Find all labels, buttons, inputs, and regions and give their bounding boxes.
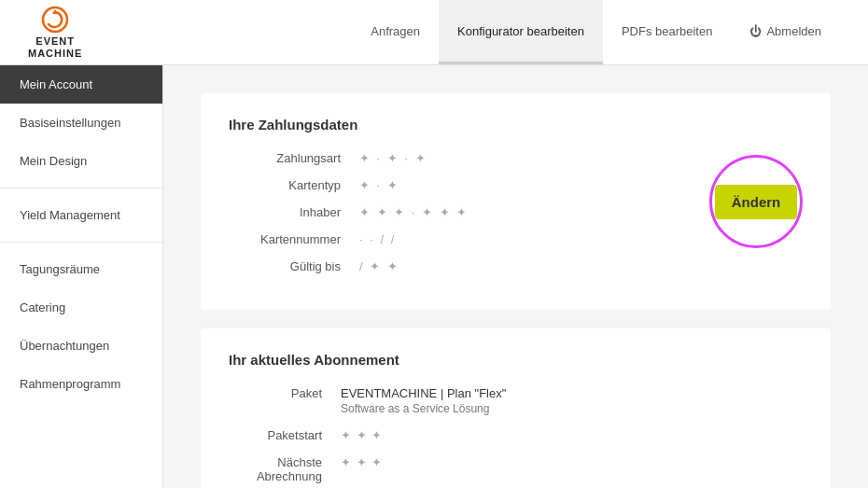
aendern-button[interactable]: Ändern: [715, 185, 798, 219]
nav-anfragen[interactable]: Anfragen: [352, 0, 439, 64]
sidebar-divider-1: [0, 188, 162, 188]
sidebar-item-tagungsraeume[interactable]: Tagungsräume: [0, 250, 162, 288]
sub-label-paketstart: Paketstart: [229, 428, 341, 442]
sidebar-item-mein-account[interactable]: Mein Account: [0, 65, 162, 104]
label-gueltig: Gültig bis: [229, 259, 359, 273]
logo-text: EVENT MACHINE: [28, 35, 82, 58]
sidebar-item-yield-management[interactable]: Yield Management: [0, 196, 162, 234]
sub-row-paket: Paket EVENTMACHINE | Plan "Flex" Softwar…: [229, 386, 803, 415]
highlight-circle: Ändern: [709, 155, 803, 248]
value-gueltig: / ✦ ✦: [359, 259, 399, 273]
sub-label-paket: Paket: [229, 386, 341, 400]
sub-value-paket: EVENTMACHINE | Plan "Flex" Software as a…: [341, 386, 506, 415]
form-row-gueltig: Gültig bis / ✦ ✦: [229, 259, 803, 273]
sub-label-naechste: Nächste Abrechnung: [229, 455, 341, 483]
payment-title: Ihre Zahlungsdaten: [229, 117, 803, 132]
label-kartentyp: Kartentyp: [229, 178, 359, 192]
logo-icon: [41, 6, 69, 34]
nav-konfigurator[interactable]: Konfigurator bearbeiten: [439, 0, 603, 64]
action-area: Ändern: [709, 155, 803, 248]
sub-row-paketstart: Paketstart ✦ ✦ ✦: [229, 428, 803, 442]
subscription-title: Ihr aktuelles Abonnement: [229, 352, 803, 368]
sidebar-divider-2: [0, 242, 162, 243]
main-content: Ihre Zahlungsdaten Zahlungsart ✦ · ✦ · ✦…: [163, 65, 868, 488]
sidebar-item-mein-design[interactable]: Mein Design: [0, 142, 162, 180]
main-nav: Anfragen Konfigurator bearbeiten PDFs be…: [352, 0, 840, 64]
sidebar-item-catering[interactable]: Catering: [0, 288, 162, 327]
nav-pdfs[interactable]: PDFs bearbeiten: [603, 0, 732, 64]
logo: EVENT MACHINE: [28, 6, 82, 58]
power-icon: ⏻: [749, 24, 762, 38]
value-zahlungsart: ✦ · ✦ · ✦: [359, 151, 427, 165]
sidebar-item-rahmenprogramm[interactable]: Rahmenprogramm: [0, 365, 162, 403]
nav-abmelden[interactable]: ⏻ Abmelden: [731, 0, 840, 64]
value-inhaber: ✦ ✦ ✦ · ✦ ✦ ✦: [359, 205, 469, 219]
layout: Mein Account Basiseinstellungen Mein Des…: [0, 65, 868, 488]
sub-value-paketstart: ✦ ✦ ✦: [341, 428, 383, 442]
label-zahlungsart: Zahlungsart: [229, 151, 359, 165]
sub-value-naechste: ✦ ✦ ✦: [341, 455, 383, 469]
sidebar: Mein Account Basiseinstellungen Mein Des…: [0, 65, 163, 488]
value-kartennummer: · · / /: [359, 232, 396, 246]
label-kartennummer: Kartennummer: [229, 232, 359, 246]
value-kartentyp: ✦ · ✦: [359, 178, 399, 192]
payment-card: Ihre Zahlungsdaten Zahlungsart ✦ · ✦ · ✦…: [201, 93, 831, 310]
subscription-card: Ihr aktuelles Abonnement Paket EVENTMACH…: [201, 328, 831, 488]
sidebar-item-basiseinstellungen[interactable]: Basiseinstellungen: [0, 104, 162, 142]
sub-row-naechste: Nächste Abrechnung ✦ ✦ ✦: [229, 455, 803, 483]
header: EVENT MACHINE Anfragen Konfigurator bear…: [0, 0, 868, 65]
sidebar-item-uebernachtungen[interactable]: Übernachtungen: [0, 327, 162, 365]
label-inhaber: Inhaber: [229, 205, 359, 219]
